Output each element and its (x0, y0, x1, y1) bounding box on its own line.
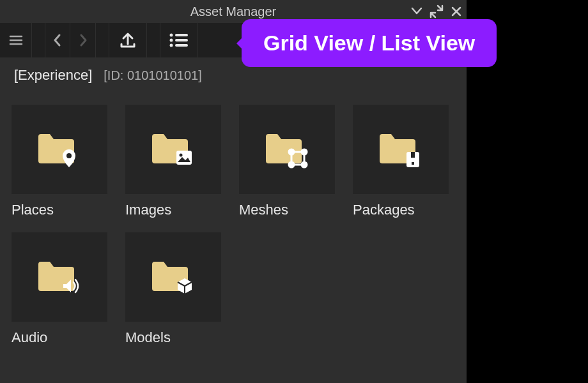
folder-models: Models (125, 232, 221, 346)
nav-back-button[interactable] (45, 23, 70, 57)
folder-label: Models (125, 329, 221, 346)
folder-tile[interactable] (125, 232, 221, 322)
folder-meshes-icon (263, 129, 311, 170)
tooltip-text: Grid View / List View (263, 31, 475, 55)
folder-meshes: Meshes (239, 105, 335, 218)
folder-places-icon (36, 129, 83, 170)
svg-rect-15 (411, 152, 415, 158)
window-title: Asset Manager (190, 4, 277, 19)
folder-audio-icon (36, 257, 83, 297)
folder-tile[interactable] (125, 105, 221, 194)
svg-point-8 (180, 154, 183, 157)
breadcrumb-id: [ID: 0101010101] (104, 68, 201, 83)
folder-tile[interactable] (239, 105, 335, 194)
minimize-icon[interactable] (410, 5, 423, 18)
folder-packages: Packages (353, 105, 449, 218)
svg-point-11 (302, 149, 307, 154)
folder-places: Places (12, 105, 107, 218)
close-icon[interactable] (450, 5, 463, 18)
folder-models-icon (150, 257, 197, 297)
svg-rect-3 (175, 39, 188, 41)
folder-label: Images (125, 202, 221, 218)
breadcrumb-root[interactable]: [Experience] (14, 67, 92, 84)
folder-images-icon (150, 129, 197, 170)
svg-rect-16 (412, 162, 414, 165)
folder-packages-icon (377, 129, 424, 170)
svg-point-13 (302, 162, 307, 167)
svg-point-10 (289, 149, 294, 154)
folder-label: Audio (12, 329, 107, 346)
nav-forward-button[interactable] (70, 23, 96, 57)
upload-button[interactable] (109, 23, 147, 57)
svg-point-2 (170, 39, 173, 42)
tooltip-view-toggle: Grid View / List View (242, 19, 497, 67)
menu-button[interactable] (0, 23, 32, 57)
svg-rect-1 (175, 34, 188, 36)
folder-label: Meshes (239, 202, 335, 218)
folder-label: Places (12, 202, 107, 218)
folder-tile[interactable] (12, 232, 107, 322)
dock-icon[interactable] (429, 4, 444, 19)
upload-icon (118, 30, 138, 50)
svg-point-4 (170, 44, 173, 47)
svg-rect-5 (175, 44, 188, 47)
hamburger-icon (8, 32, 24, 49)
folder-tile[interactable] (12, 105, 107, 194)
view-toggle-button[interactable] (160, 23, 198, 57)
chevron-right-icon (77, 32, 89, 49)
list-view-icon (168, 31, 190, 50)
svg-point-0 (170, 34, 173, 37)
svg-point-12 (289, 162, 294, 167)
asset-grid: Places Images (0, 93, 467, 357)
chevron-left-icon (52, 32, 63, 49)
folder-label: Packages (353, 202, 449, 218)
folder-tile[interactable] (353, 105, 449, 194)
folder-images: Images (125, 105, 221, 218)
svg-rect-7 (176, 151, 192, 165)
svg-point-6 (66, 153, 72, 158)
folder-audio: Audio (12, 232, 107, 346)
